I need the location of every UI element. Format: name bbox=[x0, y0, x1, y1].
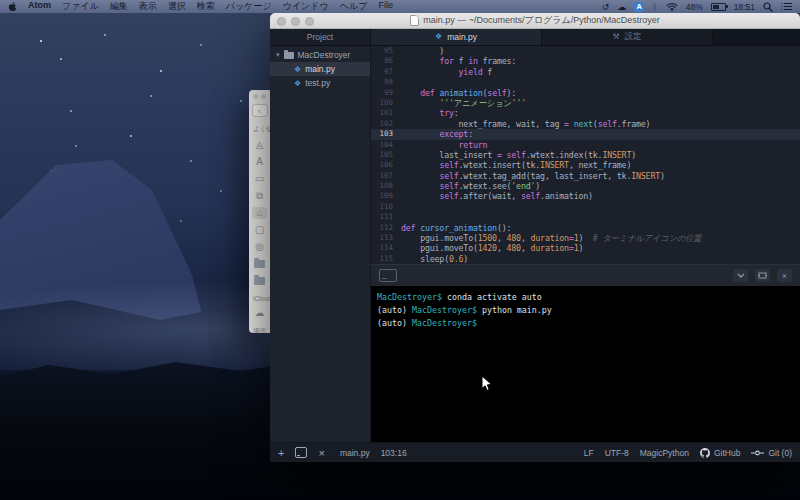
finder-display-icon[interactable]: ▢ bbox=[252, 224, 267, 236]
code-text: '''アニメーション''' bbox=[401, 98, 526, 108]
token bbox=[401, 56, 439, 66]
finder-applications-icon[interactable]: A bbox=[252, 156, 267, 168]
token: 480 bbox=[507, 233, 521, 243]
terminal-close-button[interactable]: × bbox=[777, 269, 792, 282]
code-line[interactable]: 105 last_insert = self.wtext.index(tk.IN… bbox=[371, 150, 800, 160]
token: # ターミナルアイコンの位置 bbox=[593, 233, 702, 243]
status-filename[interactable]: main.py bbox=[340, 448, 370, 458]
status-item-GitHub[interactable]: GitHub bbox=[700, 448, 740, 458]
menu-item-ウインドウ[interactable]: ウインドウ bbox=[283, 0, 329, 13]
tab-main.py[interactable]: ❖main.py bbox=[371, 29, 542, 45]
close-window-button[interactable] bbox=[277, 17, 286, 26]
finder-airdrop-icon[interactable]: ◬ bbox=[252, 139, 267, 151]
zoom-window-button[interactable] bbox=[305, 17, 314, 26]
menu-clock[interactable]: 18:51 bbox=[734, 2, 755, 12]
terminal-collapse-button[interactable] bbox=[733, 269, 748, 282]
code-line[interactable]: 112def cursor_animation(): bbox=[371, 223, 800, 233]
code-line[interactable]: 96 for f in frames: bbox=[371, 56, 800, 66]
terminal-maximize-button[interactable] bbox=[755, 269, 770, 282]
code-line[interactable]: 102 next_frame, wait, tag = next(self.fr… bbox=[371, 119, 800, 129]
git-icon bbox=[751, 449, 764, 457]
finder-back-icon[interactable]: ‹ bbox=[252, 104, 268, 117]
token: self bbox=[439, 181, 458, 191]
code-line[interactable]: 108 self.wtext.see('end') bbox=[371, 181, 800, 191]
token: try bbox=[439, 108, 453, 118]
status-item-label: LF bbox=[584, 448, 594, 458]
menu-item-ファイル[interactable]: ファイル bbox=[62, 0, 99, 13]
tree-item-main.py[interactable]: ❖main.py bbox=[270, 62, 370, 76]
finder-window[interactable]: ‹よく使◬A▭⧉⌂▢◎iCloud☁場所 bbox=[249, 90, 270, 333]
token: self bbox=[521, 191, 540, 201]
menu-item-パッケージ[interactable]: パッケージ bbox=[226, 0, 272, 13]
code-line[interactable]: 114 pgui.moveTo(1420, 480, duration=1) bbox=[371, 243, 800, 253]
menu-item-編集[interactable]: 編集 bbox=[110, 0, 128, 13]
finder-folder-icon[interactable] bbox=[252, 258, 267, 270]
input-source-icon[interactable]: A bbox=[634, 2, 644, 12]
finder-desktop-icon[interactable]: ▭ bbox=[252, 173, 267, 185]
token: , bbox=[497, 233, 507, 243]
status-item-UTF-8[interactable]: UTF-8 bbox=[605, 448, 629, 458]
code-line[interactable]: 95 ) bbox=[371, 46, 800, 56]
code-line[interactable]: 110 bbox=[371, 202, 800, 212]
menu-item-ヘルプ[interactable]: ヘルプ bbox=[340, 0, 368, 13]
finder-traffic-lights[interactable] bbox=[253, 94, 266, 99]
token bbox=[401, 129, 439, 139]
status-cursor-position[interactable]: 103:16 bbox=[381, 448, 407, 458]
tree-item-test.py[interactable]: ❖test.py bbox=[270, 76, 370, 90]
token: for bbox=[439, 56, 453, 66]
wifi-icon[interactable] bbox=[666, 2, 678, 11]
terminal-panel[interactable]: MacDestroyer$ conda activate auto(auto) … bbox=[371, 286, 800, 442]
code-line[interactable]: 106 self.wtext.insert(tk.INSERT, next_fr… bbox=[371, 160, 800, 170]
code-line[interactable]: 101 try: bbox=[371, 108, 800, 118]
code-line[interactable]: 97 yield f bbox=[371, 67, 800, 77]
code-text: sleep(0.6) bbox=[401, 254, 468, 264]
code-line[interactable]: 113 pgui.moveTo(1500, 480, duration=1) #… bbox=[371, 233, 800, 243]
notification-center-icon[interactable] bbox=[781, 2, 792, 11]
status-item-LF[interactable]: LF bbox=[584, 448, 594, 458]
code-line[interactable]: 103 except: bbox=[371, 129, 800, 139]
token: , bbox=[497, 243, 507, 253]
line-number: 113 bbox=[371, 233, 401, 243]
finder-documents-icon[interactable]: ⧉ bbox=[252, 190, 267, 202]
status-item-label: MagicPython bbox=[640, 448, 689, 458]
code-text: next_frame, wait, tag = next(self.frame) bbox=[401, 119, 650, 129]
finder-downloads-icon[interactable]: ◎ bbox=[252, 241, 267, 253]
finder-folder-icon[interactable] bbox=[252, 275, 267, 287]
tab-設定[interactable]: ⚒設定 bbox=[542, 29, 713, 45]
terminal-icon[interactable] bbox=[379, 269, 397, 282]
code-line[interactable]: 109 self.after(wait, self.animation) bbox=[371, 191, 800, 201]
chevron-down-icon: ▾ bbox=[276, 51, 280, 59]
tree-item-MacDestroyer[interactable]: ▾MacDestroyer bbox=[270, 48, 370, 62]
code-line[interactable]: 99 def animation(self): bbox=[371, 88, 800, 98]
code-line[interactable]: 98 bbox=[371, 77, 800, 87]
battery-icon[interactable] bbox=[711, 3, 726, 11]
code-line[interactable]: 107 self.wtext.tag_add(tag, last_insert,… bbox=[371, 171, 800, 181]
minimize-window-button[interactable] bbox=[291, 17, 300, 26]
token: in bbox=[468, 56, 478, 66]
code-line[interactable]: 111 bbox=[371, 212, 800, 222]
finder-cloud-icon[interactable]: ☁ bbox=[252, 307, 267, 319]
status-item-Git (0)[interactable]: Git (0) bbox=[751, 448, 792, 458]
menu-item-表示[interactable]: 表示 bbox=[139, 0, 157, 13]
finder-home-icon[interactable]: ⌂ bbox=[252, 207, 267, 219]
menu-item-検索[interactable]: 検索 bbox=[197, 0, 215, 13]
terminal-text: (auto) bbox=[377, 318, 412, 328]
terminal-panel-icon[interactable] bbox=[295, 447, 307, 458]
token: self bbox=[598, 119, 617, 129]
code-line[interactable]: 104 return bbox=[371, 140, 800, 150]
code-line[interactable]: 115 sleep(0.6) bbox=[371, 254, 800, 264]
code-line[interactable]: 100 '''アニメーション''' bbox=[371, 98, 800, 108]
line-number: 95 bbox=[371, 46, 401, 56]
token: .wtext.index(tk. bbox=[526, 150, 603, 160]
menu-item-選択[interactable]: 選択 bbox=[168, 0, 186, 13]
code-editor[interactable]: 95 )96 for f in frames:97 yield f9899 de… bbox=[371, 46, 800, 264]
menu-item-Atom[interactable]: Atom bbox=[28, 0, 51, 13]
status-item-label: GitHub bbox=[714, 448, 740, 458]
apple-menu-icon[interactable] bbox=[8, 1, 17, 12]
spotlight-search-icon[interactable] bbox=[763, 2, 773, 12]
traffic-lights[interactable] bbox=[277, 17, 314, 26]
token: ) bbox=[401, 46, 444, 56]
window-titlebar[interactable]: main.py — ~/Documents/プログラム/Python/MacDe… bbox=[270, 13, 800, 29]
status-item-MagicPython[interactable]: MagicPython bbox=[640, 448, 689, 458]
menu-item-File[interactable]: File bbox=[378, 0, 393, 13]
